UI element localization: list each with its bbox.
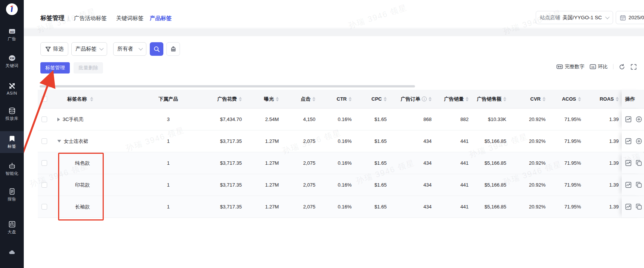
tab-product-tags[interactable]: 产品标签: [150, 15, 172, 22]
add-circle-icon[interactable]: [636, 138, 642, 144]
select-all-checkbox[interactable]: [41, 96, 47, 102]
sort-carets[interactable]: [239, 97, 242, 101]
row-checkbox[interactable]: [41, 204, 47, 210]
cell-cvr: 20.92%: [506, 174, 546, 196]
cell-orders: 434: [387, 130, 432, 152]
cell-impressions: 1.27M: [242, 174, 279, 196]
row-checkbox[interactable]: [41, 138, 47, 144]
owner-select[interactable]: 所有者: [113, 42, 146, 56]
expand-caret-icon[interactable]: [57, 140, 61, 142]
trend-chart-icon[interactable]: [625, 204, 632, 210]
sidebar-item-keywords[interactable]: KW 关键词: [0, 51, 24, 72]
clear-filters-button[interactable]: [166, 42, 180, 56]
sort-carets[interactable]: [384, 97, 387, 101]
sidebar-item-ads[interactable]: AD 广告: [0, 24, 24, 46]
cell-cpc: $1.65: [352, 109, 387, 130]
batch-delete-button[interactable]: 批量删除: [74, 62, 103, 74]
sort-carets[interactable]: [466, 97, 469, 101]
sidebar-item-automation[interactable]: 智能化: [0, 158, 24, 180]
search-button[interactable]: [150, 42, 163, 56]
tab-keyword-tags[interactable]: 关键词标签: [116, 15, 144, 22]
trend-chart-icon[interactable]: [625, 160, 632, 166]
sort-carets[interactable]: [543, 97, 546, 101]
tag-name-cell: 长袖款: [56, 196, 158, 217]
table-tools: 完整数字 vs 环比: [556, 63, 637, 70]
sort-carets[interactable]: [503, 97, 506, 101]
filter-button-label: 筛选: [53, 46, 64, 52]
compare-toggle[interactable]: vs 环比: [590, 63, 608, 70]
sidebar-item-tags[interactable]: 标签: [0, 131, 24, 153]
sort-carets[interactable]: [429, 97, 432, 101]
shop-selector[interactable]: 站点店铺 美国/YYGO-1 SC: [536, 11, 613, 24]
cell-cvr: 20.92%: [506, 196, 546, 217]
fullscreen-icon: [630, 64, 637, 70]
column-header-products: 下属产品: [158, 90, 178, 108]
row-checkbox[interactable]: [41, 182, 47, 188]
table-row: 纯色款1$3,717.351.27M2,0750.16%$1.65434441$…: [38, 152, 644, 174]
sort-carets[interactable]: [616, 97, 619, 101]
refresh-button[interactable]: [619, 64, 625, 70]
copy-icon[interactable]: [636, 160, 642, 166]
owner-select-value: 所有者: [117, 46, 133, 52]
expand-caret-icon[interactable]: [57, 118, 60, 121]
sort-carets[interactable]: [349, 97, 352, 101]
column-header-orders[interactable]: 广告订单i: [387, 90, 432, 108]
filter-button[interactable]: 筛选: [40, 42, 68, 56]
full-number-icon: [556, 64, 563, 69]
tag-manage-button[interactable]: 标签管理: [40, 62, 70, 74]
table-row: 3C手机壳3$7,434.702.54M4,1500.16%$1.6586888…: [38, 109, 644, 130]
column-header-roas[interactable]: ROAS: [581, 90, 619, 108]
ad-icon: AD: [8, 28, 16, 35]
sidebar-item-label: 关键词: [5, 63, 18, 69]
row-checkbox[interactable]: [41, 160, 47, 166]
row-checkbox[interactable]: [41, 116, 47, 122]
date-range-picker[interactable]: 2025/0: [616, 11, 644, 24]
sidebar-item-cloud[interactable]: [0, 241, 24, 263]
column-header-impressions[interactable]: 曝光: [242, 90, 279, 108]
copy-icon[interactable]: [636, 182, 642, 188]
sidebar-item-asin[interactable]: ASIN: [0, 78, 24, 100]
cell-roas: 1.39: [581, 174, 619, 196]
column-header-acos[interactable]: ACOS: [546, 90, 581, 108]
tab-campaign-tags[interactable]: 广告活动标签: [74, 15, 107, 22]
fullscreen-button[interactable]: [630, 64, 637, 70]
cell-cpc: $1.65: [352, 130, 387, 152]
sidebar-item-label: 广告: [8, 36, 16, 42]
row-checkbox-cell: [38, 152, 56, 174]
sort-carets[interactable]: [90, 97, 93, 101]
column-header-revenue[interactable]: 广告销售额: [469, 90, 506, 108]
sort-carets[interactable]: [312, 97, 315, 101]
trend-chart-icon[interactable]: [625, 138, 632, 144]
column-header-cpc[interactable]: CPC: [352, 90, 387, 108]
bookmark-icon: [8, 135, 16, 142]
sidebar-item-dashboard[interactable]: 大盘: [0, 217, 24, 239]
column-header-sales[interactable]: 广告销量: [432, 90, 469, 108]
app-logo[interactable]: [6, 3, 18, 15]
column-header-spend[interactable]: 广告花费: [178, 90, 242, 108]
cell-roas: 1.39: [581, 109, 619, 130]
tag-type-select[interactable]: 产品标签: [71, 42, 107, 56]
tag-name-cell: 纯色款: [56, 152, 158, 174]
sidebar-item-library[interactable]: 投放库: [0, 103, 24, 125]
cell-clicks: 2,075: [279, 196, 315, 217]
add-circle-icon[interactable]: [636, 116, 642, 123]
cell-revenue: $5,166.85: [469, 130, 506, 152]
sidebar-item-reports[interactable]: 报告: [0, 184, 24, 206]
full-number-toggle[interactable]: 完整数字: [556, 63, 584, 70]
column-header-clicks[interactable]: 点击: [279, 90, 315, 108]
topbar: 标签管理 | 广告活动标签 关键词标签 产品标签 站点店铺 美国/YYGO-1 …: [24, 0, 644, 28]
cell-roas: 1.39: [581, 196, 619, 217]
sort-carets[interactable]: [276, 97, 279, 101]
info-icon[interactable]: i: [422, 96, 427, 101]
column-header-name[interactable]: 标签名称: [56, 90, 158, 108]
sort-carets[interactable]: [578, 97, 581, 101]
column-header-ctr[interactable]: CTR: [315, 90, 352, 108]
cell-sales: 441: [432, 152, 469, 174]
horizontal-scrollbar[interactable]: [40, 85, 415, 87]
trend-chart-icon[interactable]: [625, 116, 632, 123]
copy-icon[interactable]: [636, 204, 642, 210]
cell-acos: 71.95%: [546, 196, 581, 217]
cell-ctr: 0.16%: [315, 174, 352, 196]
trend-chart-icon[interactable]: [625, 182, 632, 188]
column-header-cvr[interactable]: CVR: [506, 90, 546, 108]
